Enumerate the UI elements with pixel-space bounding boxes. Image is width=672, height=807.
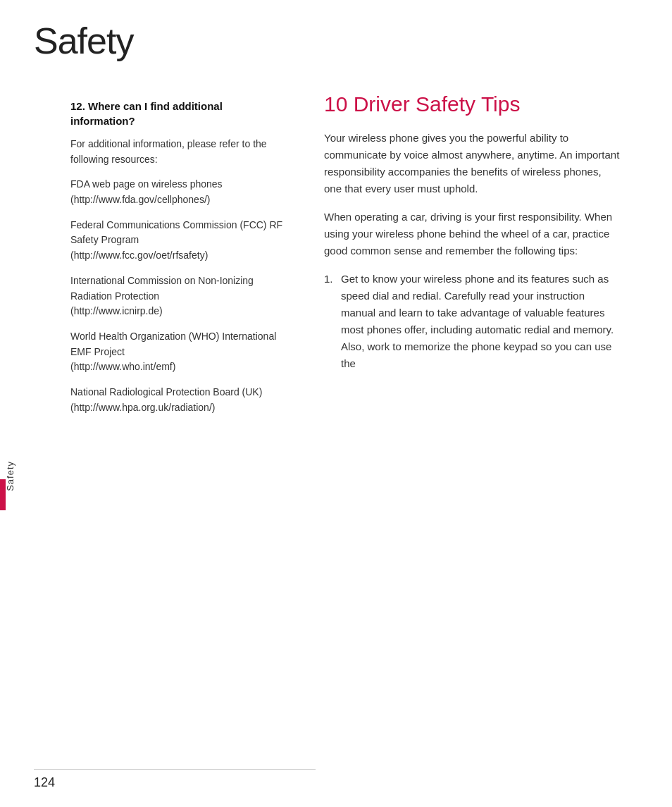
tip-number-1: 1. (324, 271, 341, 372)
page-title: Safety (34, 20, 133, 62)
tip-text-1: Get to know your wireless phone and its … (341, 271, 620, 372)
right-column: 10 Driver Safety Tips Your wireless phon… (303, 85, 648, 807)
resource-fda-url: (http://www.fda.gov/cellphones/) (70, 194, 210, 205)
resource-fda: FDA web page on wireless phones (http://… (70, 177, 289, 207)
resource-who-name: World Health Organization (WHO) Internat… (70, 331, 276, 357)
left-column: 12. Where can I find additional informat… (0, 85, 303, 807)
tip-item-1: 1. Get to know your wireless phone and i… (324, 271, 620, 372)
intro-text: For additional information, please refer… (70, 137, 289, 167)
intro-paragraph-2: When operating a car, driving is your fi… (324, 209, 620, 259)
resource-fcc-name: Federal Communications Commission (FCC) … (70, 219, 282, 246)
resource-who-url: (http://www.who.int/emf) (70, 361, 175, 372)
resource-icnirp: International Commission on Non-Ionizing… (70, 273, 289, 319)
question-title: 12. Where can I find additional informat… (70, 99, 289, 128)
resource-nrpb-name: National Radiological Protection Board (… (70, 386, 262, 398)
section-title: 10 Driver Safety Tips (324, 92, 620, 117)
page-number: 124 (34, 775, 672, 790)
resource-who: World Health Organization (WHO) Internat… (70, 329, 289, 375)
resource-fcc: Federal Communications Commission (FCC) … (70, 218, 289, 264)
page-divider (34, 769, 316, 770)
resource-icnirp-name: International Commission on Non-Ionizing… (70, 275, 254, 302)
page-container: Safety Safety 12. Where can I find addit… (0, 0, 672, 807)
resource-nrpb-url: (http://www.hpa.org.uk/radiation/) (70, 402, 215, 413)
resource-icnirp-url: (http://www.icnirp.de) (70, 305, 163, 316)
resource-nrpb: National Radiological Protection Board (… (70, 385, 289, 415)
resource-fcc-url: (http://www.fcc.gov/oet/rfsafety) (70, 250, 208, 261)
intro-paragraph-1: Your wireless phone gives you the powerf… (324, 130, 620, 197)
content-area: 12. Where can I find additional informat… (0, 85, 672, 807)
page-bottom: 124 (0, 769, 672, 790)
resource-fda-name: FDA web page on wireless phones (70, 178, 223, 190)
